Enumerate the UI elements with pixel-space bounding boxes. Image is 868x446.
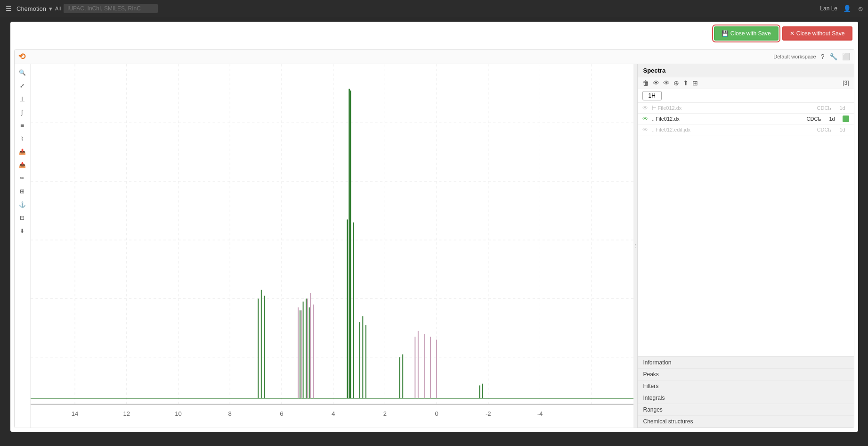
up-icon[interactable]: ⬆ bbox=[683, 79, 689, 87]
spectra-toolbar: 🗑 👁 👁 ⊕ ⬆ ⊞ [3] bbox=[638, 77, 854, 89]
settings-icon[interactable]: 🔧 bbox=[829, 53, 837, 60]
spectra-solvent-3: CDCl₃ bbox=[817, 127, 836, 133]
spectra-item: 👁 ⊢ File012.dx CDCl₃ 1d bbox=[638, 103, 854, 114]
spectra-item: 👁 ↓ File012.edit.jdx CDCl₃ 1d bbox=[638, 124, 854, 135]
peaks-label: Peaks bbox=[643, 371, 659, 378]
integrals-panel[interactable]: Integrals bbox=[638, 392, 854, 404]
user-icon[interactable]: 👤 bbox=[841, 4, 853, 13]
search-scope[interactable]: All bbox=[55, 6, 61, 11]
app-name: Chemotion bbox=[16, 5, 46, 12]
multiplet-btn[interactable]: ≡ bbox=[16, 120, 29, 131]
eye-toggle-1[interactable]: 👁 bbox=[642, 105, 648, 111]
spectra-count: [3] bbox=[843, 80, 849, 86]
expand-btn[interactable]: ⤢ bbox=[16, 80, 29, 91]
peaks-panel[interactable]: Peaks bbox=[638, 369, 854, 380]
resize-handle[interactable]: ⋮ bbox=[633, 64, 637, 428]
filters-label: Filters bbox=[643, 383, 659, 389]
spectra-solvent-1: CDCl₃ bbox=[817, 105, 836, 111]
ranges-panel[interactable]: Ranges bbox=[638, 404, 854, 416]
svg-text:10: 10 bbox=[175, 410, 182, 417]
nmr-topbar-right: Default workspace ? 🔧 ⬜ bbox=[773, 53, 850, 60]
nmr-topbar: ⟲ Default workspace ? 🔧 ⬜ bbox=[15, 50, 854, 64]
chart-area: 14 12 10 8 6 4 2 0 -2 -4 bbox=[31, 64, 633, 428]
top-bar: ☰ Chemotion ▾ All Lan Le 👤 ⎋ bbox=[0, 0, 868, 17]
ghost-icon[interactable]: 👁 bbox=[653, 79, 659, 87]
spectra-color-swatch-2 bbox=[843, 116, 849, 122]
spectra-dim-2: 1d bbox=[829, 116, 839, 122]
workspace-label: Default workspace bbox=[773, 54, 816, 59]
svg-text:14: 14 bbox=[71, 410, 78, 417]
modal-container: 💾 Close with Save ✕ Close without Save ⟲… bbox=[10, 22, 858, 432]
table-btn[interactable]: ⊞ bbox=[16, 186, 29, 197]
information-panel[interactable]: Information bbox=[638, 357, 854, 369]
eye-toggle-2[interactable]: 👁 bbox=[642, 116, 648, 122]
add-icon[interactable]: ⊕ bbox=[673, 79, 679, 87]
grid-icon[interactable]: ⊞ bbox=[692, 79, 698, 87]
spectra-solvent-2: CDCl₃ bbox=[807, 116, 826, 122]
top-bar-left: ☰ Chemotion ▾ All bbox=[4, 4, 158, 13]
import-btn[interactable]: 📥 bbox=[16, 159, 29, 171]
close-without-save-button[interactable]: ✕ Close without Save bbox=[782, 26, 852, 41]
save-icon: 💾 bbox=[722, 30, 729, 37]
close-save-label: Close with Save bbox=[730, 30, 771, 37]
eye-icon[interactable]: 👁 bbox=[663, 79, 670, 87]
modal-header: 💾 Close with Save ✕ Close without Save bbox=[10, 22, 858, 45]
spectra-header: Spectra bbox=[638, 64, 854, 77]
svg-text:4: 4 bbox=[331, 410, 334, 417]
modal-overlay: 💾 Close with Save ✕ Close without Save ⟲… bbox=[0, 17, 868, 446]
spectra-panel: Spectra 🗑 👁 👁 ⊕ ⬆ ⊞ [3] bbox=[637, 64, 854, 428]
spectra-list: 👁 ⊢ File012.dx CDCl₃ 1d 👁 ↓ File012.dx C… bbox=[638, 103, 854, 356]
spectra-title: Spectra bbox=[643, 67, 666, 74]
svg-text:2: 2 bbox=[383, 410, 386, 417]
user-name: Lan Le bbox=[820, 5, 837, 12]
fullscreen-icon[interactable]: ⬜ bbox=[842, 53, 850, 60]
anchor-btn[interactable]: ⚓ bbox=[16, 199, 29, 210]
information-label: Information bbox=[643, 359, 672, 366]
close-nosave-label: Close without Save bbox=[796, 30, 845, 37]
svg-text:6: 6 bbox=[280, 410, 283, 417]
menu-icon[interactable]: ☰ bbox=[4, 4, 14, 13]
modal-body: ⟲ Default workspace ? 🔧 ⬜ 🔍 ⤢ ⊥ bbox=[10, 45, 858, 432]
close-with-save-button[interactable]: 💾 Close with Save bbox=[714, 26, 779, 41]
delete-icon[interactable]: 🗑 bbox=[642, 79, 649, 87]
svg-text:0: 0 bbox=[435, 410, 438, 417]
svg-text:12: 12 bbox=[123, 410, 130, 417]
spectra-tabs: 1H bbox=[638, 89, 854, 103]
search-input[interactable] bbox=[64, 4, 158, 13]
nmr-toolbar: 🔍 ⤢ ⊥ ∫ ≡ ⌇ 📤 📥 ✏ ⊞ ⚓ ⊟ ⬇ bbox=[15, 64, 31, 428]
top-bar-right: Lan Le 👤 ⎋ bbox=[820, 4, 864, 13]
tab-1h[interactable]: 1H bbox=[642, 91, 662, 100]
chemical-structures-panel[interactable]: Chemical structures bbox=[638, 416, 854, 428]
info-panels: Information Peaks Filters Integrals bbox=[638, 356, 854, 428]
ranges-label: Ranges bbox=[643, 406, 663, 413]
spectra-item[interactable]: 👁 ↓ File012.dx CDCl₃ 1d bbox=[638, 114, 854, 124]
eye-toggle-3[interactable]: 👁 bbox=[642, 126, 648, 133]
integrals-label: Integrals bbox=[643, 395, 665, 401]
layout-btn[interactable]: ⊟ bbox=[16, 212, 29, 223]
integral-btn[interactable]: ∫ bbox=[16, 107, 29, 118]
spectra-dim-3: 1d bbox=[840, 127, 849, 132]
nmr-content: 🔍 ⤢ ⊥ ∫ ≡ ⌇ 📤 📥 ✏ ⊞ ⚓ ⊟ ⬇ bbox=[15, 64, 854, 428]
zoom-in-btn[interactable]: 🔍 bbox=[16, 67, 29, 78]
svg-text:8: 8 bbox=[228, 410, 231, 417]
edit-btn[interactable]: ✏ bbox=[16, 173, 29, 184]
nmr-viewer: ⟲ Default workspace ? 🔧 ⬜ 🔍 ⤢ ⊥ bbox=[14, 49, 854, 428]
spectra-filename-2: ↓ File012.dx bbox=[652, 116, 803, 122]
chemical-structures-label: Chemical structures bbox=[643, 418, 693, 425]
spectra-toolbar-icons: 🗑 👁 👁 ⊕ ⬆ ⊞ bbox=[642, 79, 698, 87]
logout-icon[interactable]: ⎋ bbox=[857, 4, 864, 13]
baseline-btn[interactable]: ⌇ bbox=[16, 133, 29, 144]
help-icon[interactable]: ? bbox=[821, 53, 825, 60]
svg-text:-2: -2 bbox=[485, 410, 491, 417]
filters-panel[interactable]: Filters bbox=[638, 380, 854, 392]
tab-1h-label: 1H bbox=[649, 92, 656, 99]
export-btn[interactable]: 📤 bbox=[16, 146, 29, 157]
peak-picking-btn[interactable]: ⊥ bbox=[16, 93, 29, 105]
spectra-filename-1: ⊢ File012.dx bbox=[652, 105, 813, 111]
nmr-logo: ⟲ bbox=[18, 51, 25, 62]
spectra-filename-3: ↓ File012.edit.jdx bbox=[652, 127, 813, 132]
download-btn[interactable]: ⬇ bbox=[16, 225, 29, 237]
svg-text:-4: -4 bbox=[537, 410, 543, 417]
chart-svg: 14 12 10 8 6 4 2 0 -2 -4 bbox=[31, 64, 633, 428]
app-chevron: ▾ bbox=[49, 5, 52, 12]
